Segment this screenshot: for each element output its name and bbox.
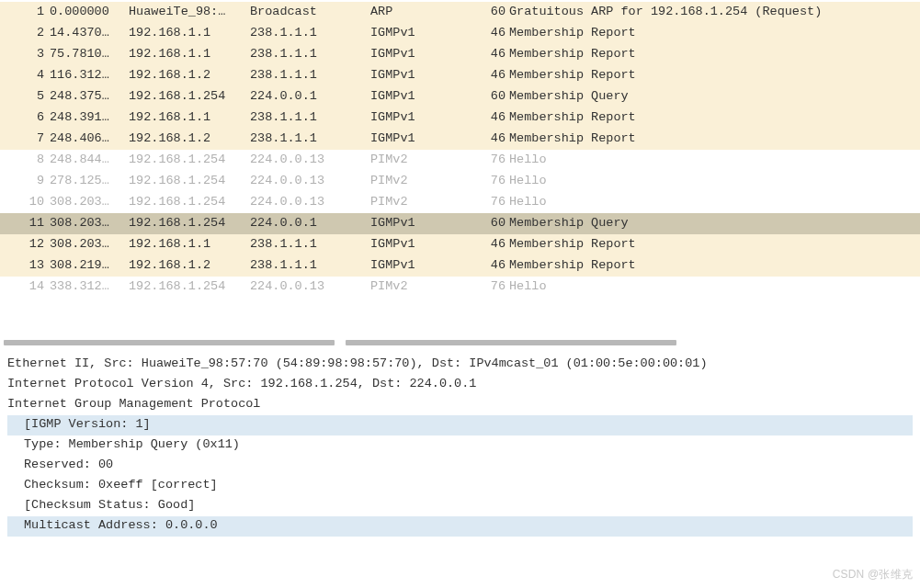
detail-ipv4[interactable]: Internet Protocol Version 4, Src: 192.16… xyxy=(7,375,913,395)
packet-row[interactable]: 9278.125…192.168.1.254224.0.0.13PIMv276H… xyxy=(0,171,920,192)
packet-no: 7 xyxy=(0,130,50,148)
packet-length: 76 xyxy=(480,151,509,169)
packet-info: Membership Query xyxy=(509,87,920,106)
packet-protocol: IGMPv1 xyxy=(370,87,480,106)
packet-protocol: ARP xyxy=(370,3,480,21)
packet-source: HuaweiTe_98:… xyxy=(129,3,250,21)
packet-row[interactable]: 375.7810…192.168.1.1238.1.1.1IGMPv146Mem… xyxy=(0,44,920,65)
packet-protocol: IGMPv1 xyxy=(370,108,480,127)
packet-length: 46 xyxy=(480,66,509,85)
packet-protocol: IGMPv1 xyxy=(370,214,480,232)
splitter-handle-1[interactable] xyxy=(4,340,335,345)
packet-protocol: PIMv2 xyxy=(370,172,480,190)
packet-row[interactable]: 11308.203…192.168.1.254224.0.0.1IGMPv160… xyxy=(0,213,920,234)
packet-time: 116.312… xyxy=(50,66,129,85)
packet-source: 192.168.1.2 xyxy=(129,256,250,275)
packet-time: 248.375… xyxy=(50,87,129,106)
packet-time: 248.391… xyxy=(50,108,129,127)
packet-row[interactable]: 14338.312…192.168.1.254224.0.0.13PIMv276… xyxy=(0,277,920,298)
packet-row[interactable]: 12308.203…192.168.1.1238.1.1.1IGMPv146Me… xyxy=(0,234,920,255)
packet-row[interactable]: 7248.406…192.168.1.2238.1.1.1IGMPv146Mem… xyxy=(0,129,920,150)
packet-no: 10 xyxy=(0,193,50,211)
packet-destination: 224.0.0.13 xyxy=(250,277,370,296)
detail-ethernet[interactable]: Ethernet II, Src: HuaweiTe_98:57:70 (54:… xyxy=(7,355,913,375)
detail-igmp-type[interactable]: Type: Membership Query (0x11) xyxy=(7,435,913,456)
packet-destination: 238.1.1.1 xyxy=(250,130,370,148)
packet-source: 192.168.1.1 xyxy=(129,108,250,127)
packet-source: 192.168.1.1 xyxy=(129,45,250,63)
packet-protocol: IGMPv1 xyxy=(370,235,480,254)
packet-length: 46 xyxy=(480,45,509,63)
packet-no: 8 xyxy=(0,151,50,169)
packet-destination: 224.0.0.1 xyxy=(250,214,370,232)
packet-length: 76 xyxy=(480,193,509,211)
detail-igmp-reserved[interactable]: Reserved: 00 xyxy=(7,456,913,476)
packet-info: Membership Report xyxy=(509,66,920,85)
packet-protocol: IGMPv1 xyxy=(370,256,480,275)
packet-row[interactable]: 6248.391…192.168.1.1238.1.1.1IGMPv146Mem… xyxy=(0,107,920,129)
packet-destination: 238.1.1.1 xyxy=(250,24,370,42)
packet-length: 60 xyxy=(480,3,509,21)
packet-row[interactable]: 10.000000HuaweiTe_98:…BroadcastARP60Grat… xyxy=(0,2,920,23)
packet-length: 60 xyxy=(480,214,509,232)
packet-protocol: IGMPv1 xyxy=(370,130,480,148)
detail-igmp-header[interactable]: Internet Group Management Protocol xyxy=(7,395,913,415)
packet-info: Hello xyxy=(509,277,920,296)
packet-length: 46 xyxy=(480,235,509,254)
packet-row[interactable]: 10308.203…192.168.1.254224.0.0.13PIMv276… xyxy=(0,192,920,213)
packet-no: 6 xyxy=(0,108,50,127)
detail-igmp-checksum[interactable]: Checksum: 0xeeff [correct] xyxy=(7,476,913,496)
packet-destination: 238.1.1.1 xyxy=(250,235,370,254)
watermark: CSDN @张维克 xyxy=(833,566,913,582)
packet-time: 338.312… xyxy=(50,277,129,296)
packet-list[interactable]: 10.000000HuaweiTe_98:…BroadcastARP60Grat… xyxy=(0,0,920,298)
packet-source: 192.168.1.1 xyxy=(129,24,250,42)
packet-row[interactable]: 214.4370…192.168.1.1238.1.1.1IGMPv146Mem… xyxy=(0,23,920,44)
packet-info: Membership Report xyxy=(509,130,920,148)
packet-time: 308.203… xyxy=(50,214,129,232)
packet-destination: 238.1.1.1 xyxy=(250,108,370,127)
packet-source: 192.168.1.254 xyxy=(129,87,250,106)
packet-row[interactable]: 5248.375…192.168.1.254224.0.0.1IGMPv160M… xyxy=(0,86,920,107)
packet-no: 9 xyxy=(0,172,50,190)
packet-source: 192.168.1.2 xyxy=(129,130,250,148)
packet-source: 192.168.1.1 xyxy=(129,235,250,254)
detail-igmp-multicast-address[interactable]: Multicast Address: 0.0.0.0 xyxy=(7,516,913,537)
packet-length: 76 xyxy=(480,277,509,296)
packet-time: 75.7810… xyxy=(50,45,129,63)
splitter-bar[interactable] xyxy=(0,340,920,349)
packet-source: 192.168.1.254 xyxy=(129,277,250,296)
packet-length: 76 xyxy=(480,172,509,190)
packet-row[interactable]: 8248.844…192.168.1.254224.0.0.13PIMv276H… xyxy=(0,150,920,171)
packet-no: 11 xyxy=(0,214,50,232)
packet-no: 13 xyxy=(0,256,50,275)
packet-destination: Broadcast xyxy=(250,3,370,21)
packet-info: Hello xyxy=(509,193,920,211)
packet-info: Gratuitous ARP for 192.168.1.254 (Reques… xyxy=(509,3,920,21)
packet-info: Membership Report xyxy=(509,235,920,254)
packet-row[interactable]: 4116.312…192.168.1.2238.1.1.1IGMPv146Mem… xyxy=(0,65,920,86)
packet-row[interactable]: 13308.219…192.168.1.2238.1.1.1IGMPv146Me… xyxy=(0,255,920,277)
detail-igmp-version[interactable]: [IGMP Version: 1] xyxy=(7,415,913,435)
packet-info: Membership Report xyxy=(509,24,920,42)
packet-no: 1 xyxy=(0,3,50,21)
packet-info: Membership Query xyxy=(509,214,920,232)
packet-time: 278.125… xyxy=(50,172,129,190)
packet-details-pane[interactable]: Ethernet II, Src: HuaweiTe_98:57:70 (54:… xyxy=(0,349,920,537)
packet-no: 12 xyxy=(0,235,50,254)
packet-destination: 224.0.0.13 xyxy=(250,193,370,211)
packet-no: 4 xyxy=(0,66,50,85)
packet-source: 192.168.1.254 xyxy=(129,193,250,211)
packet-length: 46 xyxy=(480,108,509,127)
packet-destination: 224.0.0.1 xyxy=(250,87,370,106)
detail-igmp-checksum-status[interactable]: [Checksum Status: Good] xyxy=(7,496,913,516)
packet-no: 2 xyxy=(0,24,50,42)
packet-protocol: PIMv2 xyxy=(370,151,480,169)
packet-no: 3 xyxy=(0,45,50,63)
packet-source: 192.168.1.2 xyxy=(129,66,250,85)
packet-no: 5 xyxy=(0,87,50,106)
packet-source: 192.168.1.254 xyxy=(129,214,250,232)
packet-protocol: IGMPv1 xyxy=(370,45,480,63)
packet-destination: 238.1.1.1 xyxy=(250,66,370,85)
splitter-handle-2[interactable] xyxy=(346,340,676,345)
